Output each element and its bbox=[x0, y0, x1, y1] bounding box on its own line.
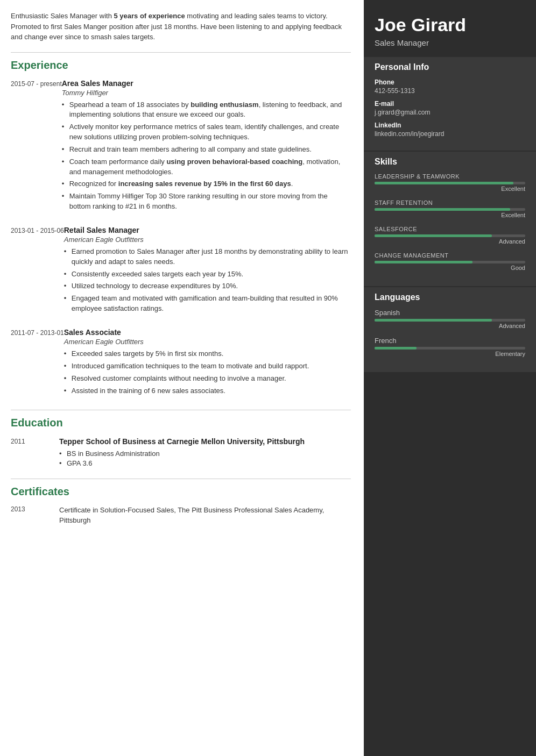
certificates-section-title: Certificates bbox=[11, 486, 351, 498]
exp-bullets: Exceeded sales targets by 5% in first si… bbox=[64, 349, 351, 396]
languages-title: Languages bbox=[375, 293, 525, 302]
exp-content: Retail Sales ManagerAmerican Eagle Outfi… bbox=[64, 226, 351, 316]
phone-value: 412-555-1313 bbox=[375, 87, 525, 95]
exp-job-title: Retail Sales Manager bbox=[64, 226, 351, 234]
language-row: FrenchElementary bbox=[375, 337, 525, 357]
skill-level: Excellent bbox=[375, 212, 525, 218]
list-item: GPA 3.6 bbox=[59, 459, 305, 467]
candidate-title: Sales Manager bbox=[375, 38, 525, 47]
skills-list: LEADERSHIP & TEAMWORKExcellentSTAFF RETE… bbox=[375, 173, 525, 271]
lang-bar-bg bbox=[375, 347, 525, 350]
exp-dates: 2013-01 - 2015-06 bbox=[11, 226, 64, 316]
skill-row: SALESFORCEAdvanced bbox=[375, 226, 525, 245]
personal-info-section: Personal Info Phone 412-555-1313 E-mail … bbox=[364, 57, 536, 151]
skill-row: CHANGE MANAGEMENTGood bbox=[375, 252, 525, 271]
experience-section-title: Experience bbox=[11, 59, 351, 72]
edu-year: 2011 bbox=[11, 437, 59, 469]
list-item: Resolved customer complaints without nee… bbox=[64, 374, 351, 384]
lang-bar-fill bbox=[375, 319, 492, 322]
exp-company: American Eagle Outfitters bbox=[64, 338, 351, 346]
right-column: Joe Girard Sales Manager Personal Info P… bbox=[364, 0, 536, 756]
skill-level: Good bbox=[375, 265, 525, 271]
skill-bar-fill bbox=[375, 234, 492, 237]
skill-bar-bg bbox=[375, 234, 525, 237]
exp-dates: 2011-07 - 2013-01 bbox=[11, 328, 64, 398]
skill-row: LEADERSHIP & TEAMWORKExcellent bbox=[375, 173, 525, 192]
list-item: Engaged team and motivated with gamifica… bbox=[64, 294, 351, 314]
exp-company: Tommy Hilfiger bbox=[62, 89, 351, 97]
list-item: Maintain Tommy Hilfiger Top 30 Store ran… bbox=[62, 191, 351, 212]
list-item: Consistently exceeded sales targets each… bbox=[64, 269, 351, 280]
skills-section: Skills LEADERSHIP & TEAMWORKExcellentSTA… bbox=[364, 152, 536, 286]
language-row: SpanishAdvanced bbox=[375, 309, 525, 329]
education-item: 2011Tepper School of Business at Carnegi… bbox=[11, 437, 351, 469]
certificates-list: 2013Certificate in Solution-Focused Sale… bbox=[11, 505, 351, 526]
left-column: Enthusiastic Sales Manager with 5 years … bbox=[0, 0, 364, 756]
languages-section: Languages SpanishAdvancedFrenchElementar… bbox=[364, 287, 536, 372]
education-section-title: Education bbox=[11, 417, 351, 429]
list-item: Introduced gamification techniques to th… bbox=[64, 361, 351, 372]
lang-name: Spanish bbox=[375, 309, 525, 317]
exp-bullets: Earned promotion to Sales Manager after … bbox=[64, 247, 351, 314]
experience-list: 2015-07 - presentArea Sales ManagerTommy… bbox=[11, 79, 351, 398]
skill-row: STAFF RETENTIONExcellent bbox=[375, 199, 525, 218]
lang-level: Elementary bbox=[375, 351, 525, 357]
lang-level: Advanced bbox=[375, 323, 525, 329]
list-item: Recognized for increasing sales revenue … bbox=[62, 179, 351, 189]
list-item: Actively monitor key performance metrics… bbox=[62, 122, 351, 142]
edu-bullets: BS in Business AdministrationGPA 3.6 bbox=[59, 450, 305, 467]
experience-item: 2015-07 - presentArea Sales ManagerTommy… bbox=[11, 79, 351, 214]
skill-name: STAFF RETENTION bbox=[375, 199, 525, 206]
experience-item: 2011-07 - 2013-01Sales AssociateAmerican… bbox=[11, 328, 351, 398]
edu-school: Tepper School of Business at Carnegie Me… bbox=[59, 437, 305, 447]
list-item: Spearhead a team of 18 associates by bui… bbox=[62, 100, 351, 120]
phone-label: Phone bbox=[375, 79, 525, 86]
skill-name: SALESFORCE bbox=[375, 226, 525, 232]
cert-year: 2013 bbox=[11, 505, 59, 526]
exp-content: Area Sales ManagerTommy HilfigerSpearhea… bbox=[62, 79, 351, 214]
languages-list: SpanishAdvancedFrenchElementary bbox=[375, 309, 525, 357]
email-label: E-mail bbox=[375, 100, 525, 108]
candidate-name: Joe Girard bbox=[375, 15, 525, 35]
edu-content: Tepper School of Business at Carnegie Me… bbox=[59, 437, 305, 469]
linkedin-label: LinkedIn bbox=[375, 122, 525, 129]
list-item: Exceeded sales targets by 5% in first si… bbox=[64, 349, 351, 359]
skill-level: Advanced bbox=[375, 238, 525, 245]
skill-name: LEADERSHIP & TEAMWORK bbox=[375, 173, 525, 180]
list-item: Utilized technology to decrease expendit… bbox=[64, 281, 351, 291]
cert-content: Certificate in Solution-Focused Sales, T… bbox=[59, 505, 351, 526]
lang-bar-bg bbox=[375, 319, 525, 322]
exp-company: American Eagle Outfitters bbox=[64, 236, 351, 244]
skill-bar-fill bbox=[375, 208, 510, 211]
education-list: 2011Tepper School of Business at Carnegi… bbox=[11, 437, 351, 469]
certificate-item: 2013Certificate in Solution-Focused Sale… bbox=[11, 505, 351, 526]
personal-info-title: Personal Info bbox=[375, 62, 525, 72]
skill-bar-fill bbox=[375, 182, 513, 184]
skill-bar-fill bbox=[375, 261, 472, 263]
lang-name: French bbox=[375, 337, 525, 345]
exp-job-title: Area Sales Manager bbox=[62, 79, 351, 88]
exp-bullets: Spearhead a team of 18 associates by bui… bbox=[62, 100, 351, 212]
right-header: Joe Girard Sales Manager bbox=[364, 0, 536, 57]
skill-bar-bg bbox=[375, 261, 525, 263]
list-item: Recruit and train team members adhering … bbox=[62, 145, 351, 155]
list-item: Earned promotion to Sales Manager after … bbox=[64, 247, 351, 267]
exp-job-title: Sales Associate bbox=[64, 328, 351, 337]
list-item: Assisted in the training of 6 new sales … bbox=[64, 386, 351, 396]
lang-bar-fill bbox=[375, 347, 417, 350]
list-item: Coach team performance daily using prove… bbox=[62, 157, 351, 177]
skill-bar-bg bbox=[375, 208, 525, 211]
skills-title: Skills bbox=[375, 157, 525, 167]
exp-content: Sales AssociateAmerican Eagle Outfitters… bbox=[64, 328, 351, 398]
skill-name: CHANGE MANAGEMENT bbox=[375, 252, 525, 259]
exp-dates: 2015-07 - present bbox=[11, 79, 62, 214]
list-item: BS in Business Administration bbox=[59, 450, 305, 458]
email-value: j.girard@gmail.com bbox=[375, 109, 525, 116]
skill-bar-bg bbox=[375, 182, 525, 184]
linkedin-value: linkedin.com/in/joegirard bbox=[375, 130, 525, 138]
skill-level: Excellent bbox=[375, 186, 525, 192]
summary-text: Enthusiastic Sales Manager with 5 years … bbox=[11, 11, 351, 42]
experience-item: 2013-01 - 2015-06Retail Sales ManagerAme… bbox=[11, 226, 351, 316]
